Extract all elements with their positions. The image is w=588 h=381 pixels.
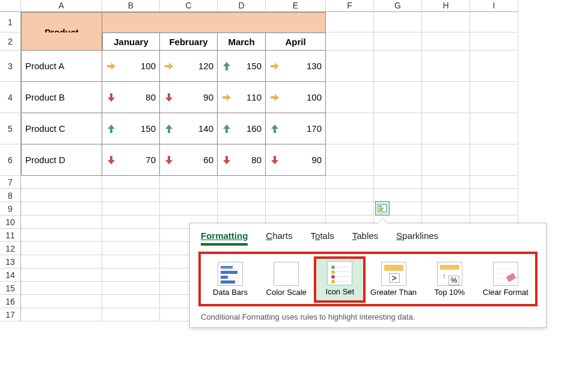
- cell-G2[interactable]: [374, 33, 422, 51]
- cell-B14[interactable]: [102, 268, 160, 282]
- opt-color-scale[interactable]: Color Scale: [260, 259, 312, 300]
- tab-tables[interactable]: Tables: [352, 231, 378, 246]
- cell-A16[interactable]: [21, 295, 102, 308]
- header-month-march[interactable]: March: [218, 33, 266, 51]
- data-cell-r1-c2[interactable]: 110: [218, 82, 266, 113]
- cell-G4[interactable]: [374, 82, 422, 113]
- tab-charts[interactable]: Charts: [266, 231, 292, 246]
- colhdr-D[interactable]: D: [218, 0, 266, 12]
- cell-I4[interactable]: [470, 82, 518, 113]
- opt-data-bars[interactable]: Data Bars: [204, 259, 256, 300]
- rowhdr-16[interactable]: 16: [0, 295, 21, 308]
- colhdr-F[interactable]: F: [326, 0, 374, 12]
- cell-E7[interactable]: [266, 176, 326, 189]
- rowhdr-17[interactable]: 17: [0, 308, 21, 321]
- rowhdr-12[interactable]: 12: [0, 242, 21, 255]
- opt-clear-format[interactable]: Clear Format: [480, 259, 531, 300]
- colhdr-H[interactable]: H: [422, 0, 470, 12]
- rowhdr-15[interactable]: 15: [0, 282, 21, 295]
- cell-I8[interactable]: [470, 189, 518, 202]
- cell-C1[interactable]: [160, 12, 218, 33]
- rowhdr-3[interactable]: 3: [0, 51, 21, 82]
- cell-A14[interactable]: [21, 268, 102, 282]
- cell-F7[interactable]: [326, 176, 374, 189]
- opt-greater-than[interactable]: Greater Than: [368, 259, 420, 300]
- data-cell-r0-c1[interactable]: 120: [160, 51, 218, 82]
- rowhdr-9[interactable]: 9: [0, 202, 21, 215]
- cell-I7[interactable]: [470, 176, 518, 189]
- cell-F1[interactable]: [326, 12, 374, 33]
- tab-totals[interactable]: Totals: [311, 231, 334, 246]
- data-cell-r3-c1[interactable]: 60: [160, 144, 218, 176]
- cell-A12[interactable]: [21, 242, 102, 255]
- cell-F3[interactable]: [326, 51, 374, 82]
- cell-G3[interactable]: [374, 51, 422, 82]
- header-product[interactable]: Product: [21, 12, 102, 33]
- colhdr-E[interactable]: E: [266, 0, 326, 12]
- data-cell-r0-c2[interactable]: 150: [218, 51, 266, 82]
- rowhdr-13[interactable]: 13: [0, 255, 21, 268]
- cell-A10[interactable]: [21, 215, 102, 229]
- data-cell-r0-c0[interactable]: 100: [102, 51, 160, 82]
- cell-G6[interactable]: [374, 144, 422, 176]
- cell-H5[interactable]: [422, 113, 470, 144]
- cell-E8[interactable]: [266, 189, 326, 202]
- rowhdr-14[interactable]: 14: [0, 268, 21, 282]
- cell-D7[interactable]: [218, 176, 266, 189]
- cell-A15[interactable]: [21, 282, 102, 295]
- data-cell-r3-c0[interactable]: 70: [102, 144, 160, 176]
- cell-A13[interactable]: [21, 255, 102, 268]
- cell-G1[interactable]: [374, 12, 422, 33]
- cell-F5[interactable]: [326, 113, 374, 144]
- rowhdr-7[interactable]: 7: [0, 176, 21, 189]
- data-cell-r3-c2[interactable]: 80: [218, 144, 266, 176]
- rowhdr-8[interactable]: 8: [0, 189, 21, 202]
- select-all-corner[interactable]: [0, 0, 21, 12]
- data-cell-r2-c1[interactable]: 140: [160, 113, 218, 144]
- cell-I1[interactable]: [470, 12, 518, 33]
- cell-B9[interactable]: [102, 202, 160, 215]
- cell-C8[interactable]: [160, 189, 218, 202]
- cell-A9[interactable]: [21, 202, 102, 215]
- cell-B12[interactable]: [102, 242, 160, 255]
- rowhdr-6[interactable]: 6: [0, 144, 21, 176]
- cell-H3[interactable]: [422, 51, 470, 82]
- cell-B13[interactable]: [102, 255, 160, 268]
- tab-formatting[interactable]: Formatting: [201, 231, 248, 246]
- cell-E1[interactable]: [266, 12, 326, 33]
- data-cell-r2-c3[interactable]: 170: [266, 113, 326, 144]
- cell-B17[interactable]: [102, 308, 160, 321]
- cell-H7[interactable]: [422, 176, 470, 189]
- data-cell-r1-c1[interactable]: 90: [160, 82, 218, 113]
- cell-F4[interactable]: [326, 82, 374, 113]
- header-month-april[interactable]: April: [266, 33, 326, 51]
- cell-H1[interactable]: [422, 12, 470, 33]
- cell-A7[interactable]: [21, 176, 102, 189]
- colhdr-A[interactable]: A: [21, 0, 102, 12]
- row-name-0[interactable]: Product A: [21, 51, 102, 82]
- rowhdr-1[interactable]: 1: [0, 12, 21, 33]
- cell-H8[interactable]: [422, 189, 470, 202]
- cell-H2[interactable]: [422, 33, 470, 51]
- cell-B11[interactable]: [102, 229, 160, 242]
- cell-G8[interactable]: [374, 189, 422, 202]
- colhdr-I[interactable]: I: [470, 0, 518, 12]
- cell-B16[interactable]: [102, 295, 160, 308]
- cell-A17[interactable]: [21, 308, 102, 321]
- cell-D1[interactable]: [218, 12, 266, 33]
- data-cell-r0-c3[interactable]: 130: [266, 51, 326, 82]
- colhdr-B[interactable]: B: [102, 0, 160, 12]
- cell-H4[interactable]: [422, 82, 470, 113]
- cell-B10[interactable]: [102, 215, 160, 229]
- cell-F2[interactable]: [326, 33, 374, 51]
- cell-A2[interactable]: [21, 33, 102, 51]
- cell-I9[interactable]: [470, 202, 518, 215]
- cell-A11[interactable]: [21, 229, 102, 242]
- rowhdr-5[interactable]: 5: [0, 113, 21, 144]
- cell-B8[interactable]: [102, 189, 160, 202]
- data-cell-r2-c0[interactable]: 150: [102, 113, 160, 144]
- header-sales[interactable]: Sales: [102, 12, 160, 33]
- colhdr-C[interactable]: C: [160, 0, 218, 12]
- cell-B7[interactable]: [102, 176, 160, 189]
- data-cell-r3-c3[interactable]: 90: [266, 144, 326, 176]
